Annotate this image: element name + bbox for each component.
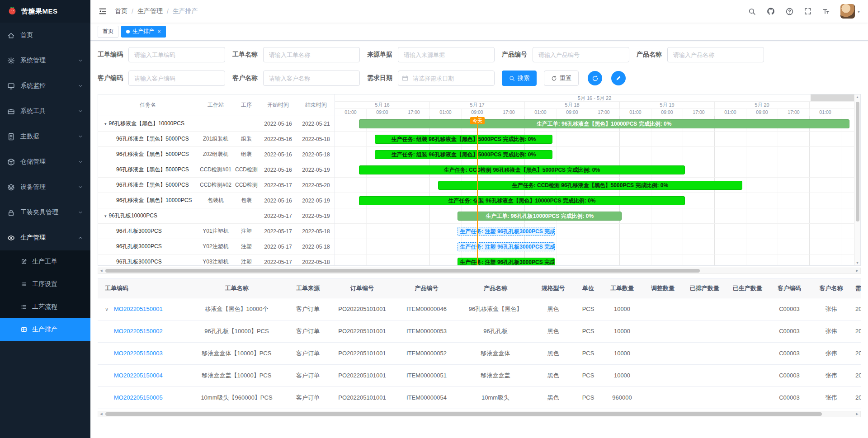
orders-cell: C00003 [769, 298, 810, 320]
sidebar-item-workorder[interactable]: 生产工单 [0, 250, 90, 273]
work-order-link[interactable]: MO202205150001 [114, 306, 163, 312]
user-menu[interactable]: ▾ [840, 4, 860, 19]
gantt-task-row[interactable]: 96孔孔板3000PCSY02注塑机注塑2022-05-172022-05-18 [98, 239, 335, 254]
gantt-task-bar[interactable]: 生产任务: 包装 96孔移液盒【黑色】10000PCS 完成比例: 0% [359, 196, 685, 205]
work-order-link[interactable]: MO202205150004 [114, 372, 163, 379]
orders-row[interactable]: MO202205150004移液盒盒盖【10000】PCS客户订单PO20220… [98, 364, 861, 386]
sidebar-item-masterdata[interactable]: 主数据 [0, 124, 90, 149]
sidebar-item-route[interactable]: 工艺流程 [0, 296, 90, 318]
sidebar-item-device[interactable]: 设备管理 [0, 174, 90, 200]
search-button[interactable]: 搜索 [502, 71, 537, 86]
orders-column-header: 客户编码 [769, 279, 810, 298]
sync-button[interactable] [588, 71, 602, 85]
gantt-task-row[interactable]: 96孔移液盒【黑色】5000PCSZ02组装机组装2022-05-162022-… [98, 147, 335, 162]
需求日期-input[interactable] [398, 71, 495, 86]
layers-icon [7, 183, 15, 191]
work-order-link[interactable]: MO202205150003 [114, 350, 163, 357]
sidebar-item-system[interactable]: 系统管理 [0, 48, 90, 73]
gantt-panel: 任务名工作站工序开始时间结束时间 ▾96孔移液盒【黑色】10000PCS2022… [98, 94, 861, 266]
work-order-link[interactable]: MO202205150005 [114, 394, 163, 401]
sidebar-item-home[interactable]: 首页 [0, 23, 90, 48]
tab-首页[interactable]: 首页 [98, 26, 118, 38]
tree-expand-icon[interactable]: ▾ [104, 122, 107, 126]
work-order-link[interactable]: MO202205150002 [114, 328, 163, 334]
sidebar-item-monitor[interactable]: 系统监控 [0, 73, 90, 99]
scroll-left-icon[interactable]: ◀ [98, 268, 104, 273]
github-icon[interactable] [767, 7, 775, 15]
vertical-scroll-thumb[interactable] [856, 102, 859, 221]
breadcrumb-item[interactable]: 首页 [115, 7, 127, 15]
gantt-task-row[interactable]: 96孔移液盒【黑色】10000PCS包装机包装2022-05-162022-05… [98, 193, 335, 208]
工单编码-input[interactable] [128, 47, 225, 62]
scroll-right-icon[interactable]: ▶ [854, 411, 860, 417]
gantt-task-bar[interactable]: 生产任务: 注塑 96孔孔板3000PCS 完成比例: 0% [458, 242, 554, 251]
tree-expand-icon[interactable]: ▾ [104, 214, 107, 218]
orders-cell: ITEM00000051 [394, 364, 459, 386]
产品编号-input[interactable] [533, 47, 629, 62]
sidebar-item-tools[interactable]: 系统工具 [0, 99, 90, 124]
gantt-vertical-scrollbar[interactable]: ▲ ▼ [854, 94, 860, 265]
gantt-task-bar[interactable]: 生产任务: 组装 96孔移液盒【黑色】5000PCS 完成比例: 0% [375, 135, 553, 144]
gantt-task-row[interactable]: 96孔移液盒【黑色】5000PCSZ01组装机组装2022-05-162022-… [98, 132, 335, 147]
horizontal-scroll-thumb[interactable] [105, 269, 700, 273]
orders-cell [683, 342, 726, 364]
scroll-down-icon[interactable]: ▼ [854, 261, 860, 264]
sidebar-item-production[interactable]: 生产管理 [0, 225, 90, 250]
gantt-task-bar[interactable]: 生产任务: CCD检测 96孔移液盒【黑色】5000PCS 完成比例: 0% [359, 165, 685, 174]
gantt-task-row[interactable]: 96孔孔板3000PCSY03注塑机注塑2022-05-172022-05-18 [98, 254, 335, 265]
gantt-task-bar[interactable]: 生产任务: 注塑 96孔孔板3000PCS 完成比例: 0% [458, 227, 554, 236]
sidebar-item-warehouse[interactable]: 仓储管理 [0, 149, 90, 174]
tab-label: 生产排产 [132, 28, 154, 35]
gantt-task-bar[interactable]: 生产任务: CCD检测 96孔移液盒【黑色】5000PCS 完成比例: 0% [438, 181, 743, 190]
工单名称-input[interactable] [263, 47, 360, 62]
来源单据-input[interactable] [398, 47, 495, 62]
hamburger-icon[interactable] [99, 7, 107, 15]
orders-row[interactable]: MO20220515000510mm吸头【960000】PCS客户订单PO202… [98, 386, 861, 409]
horizontal-scroll-thumb[interactable] [105, 412, 822, 416]
gantt-workorder-bar[interactable]: 生产工单: 96孔移液盒【黑色】10000PCS 完成比例: 0% [359, 119, 849, 128]
fullscreen-icon[interactable] [804, 8, 811, 15]
question-icon[interactable] [786, 8, 793, 15]
gantt-task-row[interactable]: 96孔移液盒【黑色】5000PCSCCD检测#02CCD检测2022-05-17… [98, 178, 335, 193]
search-icon[interactable] [748, 8, 756, 15]
orders-column-header: 工单数量 [602, 279, 642, 298]
row-expand-icon[interactable]: ∨ [105, 306, 114, 312]
app-logo[interactable]: 苦糖果MES [0, 0, 90, 23]
sidebar-item-label: 工装夹具管理 [20, 208, 58, 217]
gantt-hour-label: 01:00 [335, 109, 367, 116]
filter-input-wrap [128, 47, 225, 62]
filter-input-wrap [398, 71, 495, 86]
gantt-horizontal-scrollbar[interactable]: ◀ ▶ [98, 268, 861, 274]
产品名称-input[interactable] [667, 47, 764, 62]
edit-button[interactable] [611, 71, 626, 85]
scroll-up-icon[interactable]: ▲ [854, 95, 860, 99]
客户编码-input[interactable] [128, 71, 225, 86]
orders-row[interactable]: MO20220515000296孔孔板【10000】PCS客户订单PO20220… [98, 320, 861, 342]
breadcrumb-item[interactable]: 生产管理 [137, 7, 163, 15]
close-icon[interactable]: × [157, 28, 161, 34]
sidebar-item-process[interactable]: 工序设置 [0, 273, 90, 296]
sidebar-subitem-label: 工艺流程 [32, 303, 57, 311]
gantt-task-bar[interactable]: 生产任务: 组装 96孔移液盒【黑色】5000PCS 完成比例: 0% [375, 150, 553, 159]
page-content: 工单编码工单名称来源单据产品编号产品名称客户编码客户名称需求日期搜索重置 任务名… [90, 41, 868, 438]
font-size-icon[interactable] [822, 8, 830, 15]
gantt-hour-label: 09:00 [367, 109, 398, 116]
avatar[interactable] [840, 4, 855, 19]
sidebar-item-fixture[interactable]: 工装夹具管理 [0, 200, 90, 225]
gantt-task-row[interactable]: ▾96孔孔板10000PCS2022-05-172022-05-19 [98, 208, 335, 224]
tab-生产排产[interactable]: 生产排产× [121, 26, 166, 38]
gantt-task-row[interactable]: 96孔移液盒【黑色】5000PCSCCD检测#01CCD检测2022-05-16… [98, 162, 335, 178]
gantt-workorder-bar[interactable]: 生产工单: 96孔孔板10000PCS 完成比例: 0% [458, 212, 622, 221]
scroll-right-icon[interactable]: ▶ [854, 268, 860, 273]
sidebar-item-schedule[interactable]: 生产排产 [0, 318, 90, 341]
客户名称-input[interactable] [263, 71, 360, 86]
gantt-task-bar[interactable]: 生产任务: 注塑 96孔孔板3000PCS 完成比例: 0% [458, 258, 554, 265]
gantt-task-row[interactable]: ▾96孔移液盒【黑色】10000PCS2022-05-162022-05-21 [98, 116, 335, 132]
gantt-task-row[interactable]: 96孔孔板3000PCSY01注塑机注塑2022-05-172022-05-18 [98, 224, 335, 239]
table-horizontal-scrollbar[interactable]: ◀ ▶ [98, 411, 861, 417]
reset-button[interactable]: 重置 [544, 71, 579, 86]
scroll-left-icon[interactable]: ◀ [98, 411, 104, 417]
gantt-task-cell: Y01注塑机 [198, 227, 234, 235]
orders-row[interactable]: MO202205150003移液盒盒体【10000】PCS客户订单PO20220… [98, 342, 861, 364]
orders-row[interactable]: ∨MO202205150001移液盒【黑色】10000个客户订单PO202205… [98, 298, 861, 320]
